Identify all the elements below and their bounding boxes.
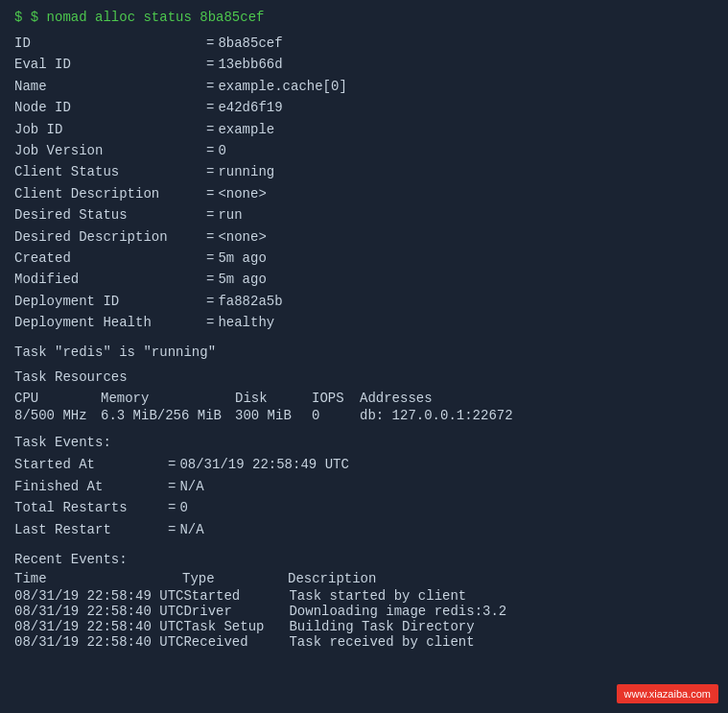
recent-event-row: 08/31/19 22:58:49 UTCStartedTask started… xyxy=(14,588,714,604)
info-row: Job ID= example xyxy=(14,119,714,140)
task-events-section: Task Events: Started At= 08/31/19 22:58:… xyxy=(14,435,714,540)
prompt-dollar: $ xyxy=(14,10,31,25)
event-description: Building Task Directory xyxy=(289,619,714,634)
info-value: 13ebb66d xyxy=(218,54,282,75)
info-key: Job Version xyxy=(14,140,206,161)
table-col-header: IOPS xyxy=(312,391,360,406)
info-row: Eval ID= 13ebb66d xyxy=(14,54,714,75)
table-data-row: 8/500 MHz 6.3 MiB/256 MiB 300 MiB 0 db: … xyxy=(14,408,714,423)
info-equals: = xyxy=(206,140,214,161)
info-equals: = xyxy=(206,248,214,269)
event-time: 08/31/19 22:58:49 UTC xyxy=(14,588,183,604)
task-section: Task "redis" is "running" Task Resources… xyxy=(14,345,714,423)
info-key: Deployment ID xyxy=(14,291,206,312)
info-row: Deployment Health= healthy xyxy=(14,312,714,333)
recent-event-row: 08/31/19 22:58:40 UTCDriverDownloading i… xyxy=(14,604,714,619)
task-event-row: Last Restart= N/A xyxy=(14,519,714,540)
task-event-equals: = xyxy=(168,497,176,518)
info-key: Job ID xyxy=(14,119,206,140)
task-event-key: Finished At xyxy=(14,476,168,497)
info-row: Client Status= running xyxy=(14,161,714,182)
info-key: Eval ID xyxy=(14,54,206,75)
info-equals: = xyxy=(206,33,214,54)
task-event-row: Finished At= N/A xyxy=(14,476,714,497)
task-event-equals: = xyxy=(168,454,176,475)
cpu-value: 8/500 MHz xyxy=(14,408,101,423)
event-type: Started xyxy=(183,588,289,604)
prompt-command: $ nomad alloc status 8ba85cef xyxy=(31,10,265,25)
table-col-header: Addresses xyxy=(360,391,513,406)
addresses-value: db: 127.0.0.1:22672 xyxy=(360,408,513,423)
info-key: Modified xyxy=(14,269,206,290)
info-block: ID= 8ba85cefEval ID= 13ebb66dName= examp… xyxy=(14,33,714,333)
task-event-value: 0 xyxy=(179,497,187,518)
info-row: Client Description= <none> xyxy=(14,183,714,204)
info-key: Name xyxy=(14,76,206,97)
info-row: Desired Status= run xyxy=(14,204,714,226)
info-equals: = xyxy=(206,183,214,204)
task-title: Task "redis" is "running" xyxy=(14,345,714,360)
disk-value: 300 MiB xyxy=(235,408,312,423)
recent-event-row: 08/31/19 22:58:40 UTCTask SetupBuilding … xyxy=(14,619,714,634)
info-row: Deployment ID= fa882a5b xyxy=(14,291,714,312)
info-equals: = xyxy=(206,119,214,140)
info-key: Desired Status xyxy=(14,204,206,226)
info-row: Desired Description= <none> xyxy=(14,226,714,248)
task-event-key: Last Restart xyxy=(14,519,168,540)
event-time: 08/31/19 22:58:40 UTC xyxy=(14,634,183,650)
task-event-value: N/A xyxy=(179,519,203,540)
info-row: Job Version= 0 xyxy=(14,140,714,161)
info-key: Created xyxy=(14,248,206,269)
iops-value: 0 xyxy=(312,408,360,423)
info-value: example xyxy=(218,119,274,140)
task-event-equals: = xyxy=(168,519,176,540)
info-row: Created= 5m ago xyxy=(14,248,714,269)
event-table-header: TimeTypeDescription xyxy=(14,571,714,586)
info-equals: = xyxy=(206,204,214,226)
info-key: Deployment Health xyxy=(14,312,206,333)
recent-events-section: Recent Events: TimeTypeDescription 08/31… xyxy=(14,552,714,650)
info-row: Node ID= e42d6f19 xyxy=(14,97,714,118)
table-col-header: CPU xyxy=(14,391,101,406)
info-value: example.cache[0] xyxy=(218,76,346,97)
info-value: running xyxy=(218,161,274,182)
info-value: <none> xyxy=(218,226,266,248)
info-key: Client Status xyxy=(14,161,206,182)
table-col-header: Memory xyxy=(101,391,235,406)
task-events-label: Task Events: xyxy=(14,435,714,450)
info-value: <none> xyxy=(218,183,266,204)
info-key: ID xyxy=(14,33,206,54)
info-value: e42d6f19 xyxy=(218,97,282,118)
task-event-equals: = xyxy=(168,476,176,497)
info-value: 0 xyxy=(218,140,225,161)
event-col-header: Description xyxy=(288,571,714,586)
event-type: Received xyxy=(183,634,289,650)
info-equals: = xyxy=(206,312,214,333)
info-value: 8ba85cef xyxy=(218,33,282,54)
task-event-key: Started At xyxy=(14,454,168,475)
task-event-value: N/A xyxy=(179,476,203,497)
info-value: 5m ago xyxy=(218,269,266,290)
event-description: Task received by client xyxy=(289,634,714,650)
recent-event-row: 08/31/19 22:58:40 UTCReceivedTask receiv… xyxy=(14,634,714,650)
event-col-header: Time xyxy=(14,571,182,586)
info-key: Client Description xyxy=(14,183,206,204)
event-description: Task started by client xyxy=(289,588,714,604)
prompt-line: $ $ nomad alloc status 8ba85cef xyxy=(14,10,714,25)
terminal: $ $ nomad alloc status 8ba85cef ID= 8ba8… xyxy=(0,0,728,713)
watermark: www.xiazaiba.com xyxy=(617,684,718,703)
info-key: Desired Description xyxy=(14,226,206,248)
table-header: CPUMemoryDiskIOPSAddresses xyxy=(14,391,714,406)
info-equals: = xyxy=(206,226,214,248)
info-value: healthy xyxy=(218,312,274,333)
info-value: 5m ago xyxy=(218,248,266,269)
event-time: 08/31/19 22:58:40 UTC xyxy=(14,619,183,634)
event-type: Driver xyxy=(183,604,289,619)
event-type: Task Setup xyxy=(183,619,289,634)
task-event-row: Started At= 08/31/19 22:58:49 UTC xyxy=(14,454,714,475)
task-event-key: Total Restarts xyxy=(14,497,168,518)
event-description: Downloading image redis:3.2 xyxy=(289,604,714,619)
info-key: Node ID xyxy=(14,97,206,118)
info-value: run xyxy=(218,204,242,226)
recent-events-label: Recent Events: xyxy=(14,552,714,567)
